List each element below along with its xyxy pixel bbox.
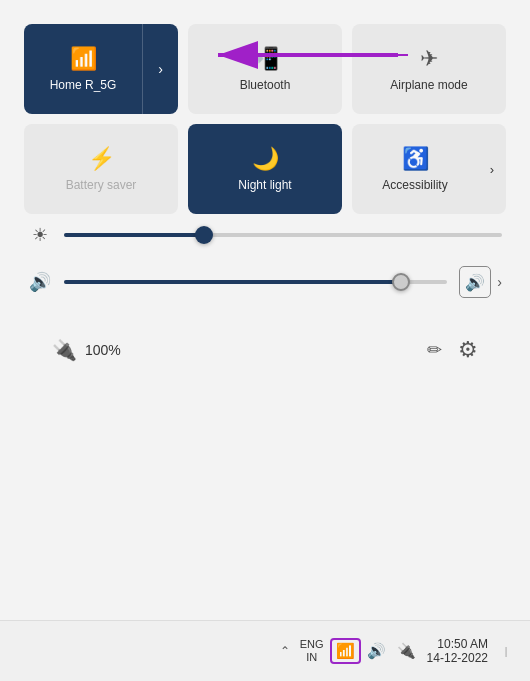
settings-button[interactable]: ⚙ (458, 337, 478, 363)
volume-chevron[interactable]: › (497, 274, 502, 290)
tray-wifi-icon: 📶 (336, 642, 355, 659)
wifi-tile-main: 📶 Home R_5G (24, 24, 142, 114)
wifi-label: Home R_5G (50, 78, 117, 92)
tray-volume-button[interactable]: 🔊 (363, 637, 391, 665)
bluetooth-tile[interactable]: 📲 Bluetooth (188, 24, 342, 114)
battery-actions: ✏ ⚙ (427, 337, 478, 363)
lang-text: ENG (300, 638, 324, 651)
tray-date: 14-12-2022 (427, 651, 488, 665)
volume-icon: 🔊 (28, 271, 52, 293)
tray-clock[interactable]: 10:50 AM 14-12-2022 (427, 637, 488, 665)
volume-track (64, 280, 447, 284)
bluetooth-label: Bluetooth (240, 78, 291, 92)
battery-saver-tile[interactable]: ⚡ Battery saver (24, 124, 178, 214)
battery-row: 🔌 100% ✏ ⚙ (24, 318, 506, 378)
tray-battery-button[interactable]: 🔌 (393, 637, 421, 665)
volume-thumb[interactable] (392, 273, 410, 291)
brightness-icon: ☀ (28, 224, 52, 246)
volume-fill (64, 280, 401, 284)
accessibility-chevron[interactable]: › (478, 124, 506, 214)
tray-volume-icon: 🔊 (367, 642, 386, 660)
bluetooth-icon: 📲 (252, 46, 279, 72)
brightness-slider[interactable] (64, 225, 502, 245)
accessibility-icon: ♿ (402, 146, 429, 172)
accessibility-tile-main: ♿ Accessibility (352, 124, 478, 214)
brightness-thumb[interactable] (195, 226, 213, 244)
wifi-tile[interactable]: 📶 Home R_5G › (24, 24, 178, 114)
brightness-fill (64, 233, 204, 237)
wifi-icon: 📶 (70, 46, 97, 72)
night-light-label: Night light (238, 178, 291, 192)
sliders-section: ☀ 🔊 🔊 › (24, 224, 506, 298)
night-light-tile[interactable]: 🌙 Night light (188, 124, 342, 214)
language-indicator[interactable]: ENG IN (300, 638, 324, 664)
tray-battery-icon: 🔌 (397, 642, 416, 660)
volume-slider-row: 🔊 🔊 › (28, 266, 502, 298)
corner-icon: | (505, 646, 508, 657)
brightness-track (64, 233, 502, 237)
volume-slider[interactable] (64, 272, 447, 292)
battery-saver-label: Battery saver (66, 178, 137, 192)
battery-saver-icon: ⚡ (88, 146, 115, 172)
taskbar: ⌃ ENG IN 📶 🔊 🔌 10:50 AM 14-12-2022 | (0, 620, 530, 681)
tiles-row-1: 📶 Home R_5G › 📲 Bluetooth ✈ Airplane mod… (24, 24, 506, 114)
wifi-chevron[interactable]: › (142, 24, 178, 114)
tray-time: 10:50 AM (437, 637, 488, 651)
quick-settings-panel: 📶 Home R_5G › 📲 Bluetooth ✈ Airplane mod… (0, 0, 530, 620)
tray-expand-button[interactable]: ⌃ (280, 644, 290, 658)
airplane-tile[interactable]: ✈ Airplane mode (352, 24, 506, 114)
edit-button[interactable]: ✏ (427, 339, 442, 361)
tiles-row-2: ⚡ Battery saver 🌙 Night light ♿ Accessib… (24, 124, 506, 214)
volume-device-button[interactable]: 🔊 (459, 266, 491, 298)
battery-percent: 100% (85, 342, 121, 358)
accessibility-tile[interactable]: ♿ Accessibility › (352, 124, 506, 214)
battery-info: 🔌 100% (52, 338, 121, 362)
accessibility-label: Accessibility (382, 178, 447, 192)
tray-wifi-button[interactable]: 📶 (330, 638, 361, 664)
battery-icon: 🔌 (52, 338, 77, 362)
lang-sub-text: IN (306, 651, 317, 664)
airplane-label: Airplane mode (390, 78, 467, 92)
night-light-icon: 🌙 (252, 146, 279, 172)
airplane-icon: ✈ (420, 46, 438, 72)
show-desktop-button[interactable]: | (490, 637, 522, 665)
brightness-slider-row: ☀ (28, 224, 502, 246)
volume-device-section: 🔊 › (459, 266, 502, 298)
